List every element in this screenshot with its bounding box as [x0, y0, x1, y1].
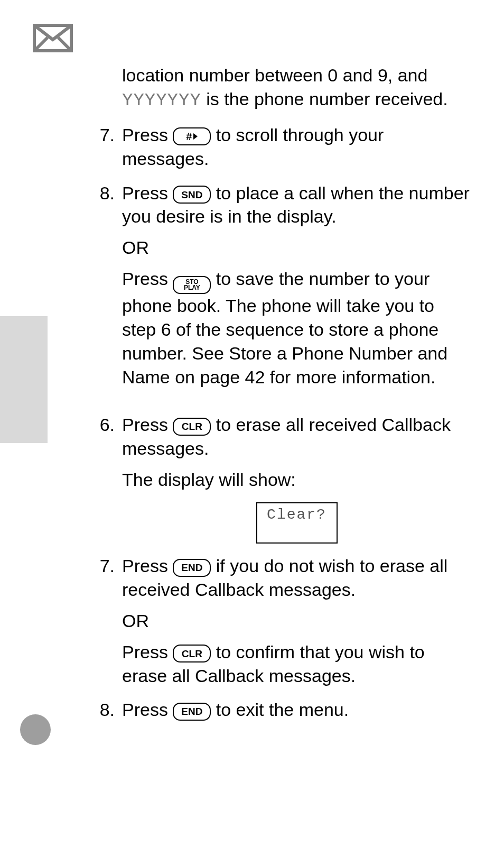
text: location number between 0 and 9, and: [122, 65, 427, 85]
hash-key-icon: #: [173, 127, 211, 145]
step-number: 8.: [83, 698, 122, 729]
step-intro: location number between 0 and 9, and YYY…: [83, 63, 471, 120]
text: Press: [122, 269, 173, 289]
placeholder-text: YYYYYYY: [122, 90, 201, 111]
end-key-icon: END: [173, 703, 211, 721]
side-tab: [0, 316, 48, 443]
text: Press: [122, 556, 173, 576]
or-text: OR: [122, 236, 471, 260]
snd-key-icon: SND: [173, 186, 211, 204]
step-8-exit: 8. Press END to exit the menu.: [83, 698, 471, 729]
step-8-call-or-store: 8. Press SND to place a call when the nu…: [83, 181, 471, 397]
display-screen: Clear?: [256, 502, 338, 544]
step-number: 8.: [83, 181, 122, 397]
text: is the phone number received.: [201, 89, 448, 109]
envelope-icon: [33, 24, 73, 54]
step-number: 6.: [83, 413, 122, 551]
page-marker-dot: [20, 714, 51, 745]
end-key-icon: END: [173, 559, 211, 577]
step-7-confirm: 7. Press END if you do not wish to erase…: [83, 554, 471, 695]
text: Press: [122, 125, 173, 145]
text: to exit the menu.: [216, 700, 349, 720]
text: Press: [122, 415, 173, 435]
text: Press: [122, 642, 173, 662]
sto-play-key-icon: STOPLAY: [173, 276, 211, 294]
text: Press: [122, 183, 173, 203]
step-number: 7.: [83, 554, 122, 695]
instruction-content: location number between 0 and 9, and YYY…: [83, 63, 471, 732]
clr-key-icon: CLR: [173, 645, 211, 662]
text: The display will show:: [122, 468, 471, 492]
or-text: OR: [122, 609, 471, 633]
manual-page: location number between 0 and 9, and YYY…: [0, 0, 504, 865]
display-text: Clear?: [257, 503, 337, 525]
step-6-erase: 6. Press CLR to erase all received Callb…: [83, 413, 471, 551]
step-number: 7.: [83, 123, 122, 178]
text: Press: [122, 700, 173, 720]
clr-key-icon: CLR: [173, 418, 211, 436]
step-7-scroll: 7. Press # to scroll through your messag…: [83, 123, 471, 178]
